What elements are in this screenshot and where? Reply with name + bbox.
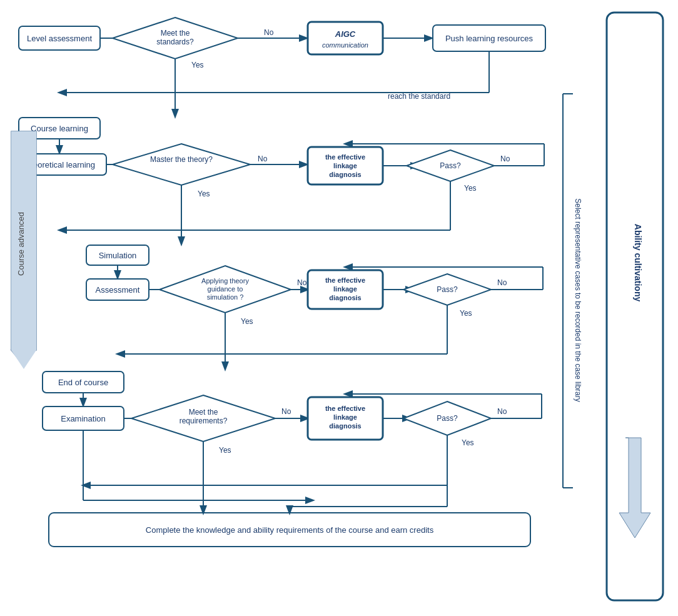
svg-text:Meet the: Meet the <box>189 408 218 417</box>
svg-marker-23 <box>113 144 250 185</box>
svg-text:Pass?: Pass? <box>440 161 461 170</box>
svg-text:Pass?: Pass? <box>437 285 458 294</box>
svg-text:Applying theory: Applying theory <box>201 277 249 285</box>
level-assessment-label: Level assessment <box>27 34 92 43</box>
svg-text:Ability cultivationy: Ability cultivationy <box>633 224 643 302</box>
svg-text:linkage: linkage <box>333 413 357 421</box>
svg-text:requirements?: requirements? <box>180 417 228 425</box>
svg-text:Yes: Yes <box>219 446 231 455</box>
svg-text:the effective: the effective <box>325 153 365 161</box>
svg-text:linkage: linkage <box>333 162 357 169</box>
svg-text:Assessment: Assessment <box>96 285 140 295</box>
svg-marker-73 <box>11 350 36 369</box>
svg-text:Simulation: Simulation <box>99 251 137 260</box>
svg-text:guidance to: guidance to <box>208 285 243 293</box>
svg-text:communication: communication <box>322 41 368 49</box>
svg-text:the effective: the effective <box>325 405 365 412</box>
svg-text:Yes: Yes <box>460 309 472 318</box>
svg-text:No: No <box>258 154 268 163</box>
svg-text:Course learning: Course learning <box>31 124 88 133</box>
svg-text:standards?: standards? <box>156 38 194 46</box>
svg-text:No: No <box>297 278 307 287</box>
svg-text:Yes: Yes <box>241 317 253 326</box>
svg-text:Select representative cases to: Select representative cases to be record… <box>574 198 582 402</box>
svg-text:No: No <box>264 28 274 37</box>
svg-text:Meet the: Meet the <box>161 29 190 38</box>
svg-text:diagnosis: diagnosis <box>329 294 361 301</box>
svg-text:Examination: Examination <box>61 414 106 423</box>
svg-text:Complete the knowledge and abi: Complete the knowledge and ability requi… <box>146 525 434 535</box>
svg-text:No: No <box>281 407 291 416</box>
svg-text:AIGC: AIGC <box>335 29 356 39</box>
diagram-container: Level assessment Meet the standards? No … <box>0 0 678 616</box>
flowchart-svg: Level assessment Meet the standards? No … <box>0 0 678 616</box>
svg-text:Yes: Yes <box>198 189 210 198</box>
svg-text:linkage: linkage <box>333 285 357 293</box>
svg-text:reach the standard: reach the standard <box>388 92 450 101</box>
svg-text:Yes: Yes <box>462 438 474 447</box>
svg-text:No: No <box>497 278 507 287</box>
svg-text:End of course: End of course <box>58 378 108 387</box>
svg-text:Master the theory?: Master the theory? <box>150 155 213 164</box>
svg-text:the effective: the effective <box>325 276 365 284</box>
svg-text:Yes: Yes <box>464 184 477 193</box>
svg-text:Yes: Yes <box>191 61 204 69</box>
svg-text:diagnosis: diagnosis <box>329 422 361 430</box>
svg-text:Pass?: Pass? <box>437 414 458 423</box>
svg-text:simulation ?: simulation ? <box>207 293 244 301</box>
svg-text:diagnosis: diagnosis <box>329 171 361 178</box>
svg-text:No: No <box>497 407 507 416</box>
svg-text:Push learning resources: Push learning resources <box>445 34 534 43</box>
svg-text:No: No <box>500 154 510 163</box>
svg-text:Course advanced: Course advanced <box>16 212 26 276</box>
